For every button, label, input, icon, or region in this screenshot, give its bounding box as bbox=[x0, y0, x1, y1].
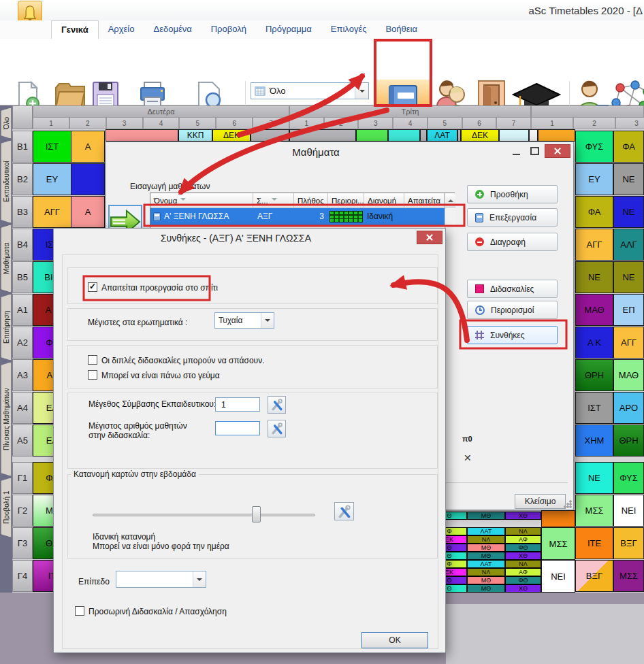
temporary-checkbox[interactable] bbox=[75, 606, 84, 616]
grid-cell[interactable]: ΜΑΘ bbox=[575, 294, 613, 326]
grid-cell[interactable]: ΑΓΓ bbox=[575, 229, 613, 261]
grid-cell[interactable]: ΙΣΤ bbox=[575, 392, 613, 424]
grid-cell[interactable]: ΦΘ bbox=[505, 576, 541, 584]
grid-cell[interactable]: ΝΕΙ bbox=[613, 495, 644, 527]
grid-cell[interactable]: ΜΣΣ bbox=[575, 495, 613, 527]
sidebar-view-tab[interactable]: Επιτήρηση bbox=[1, 294, 12, 361]
grid-cell[interactable]: ΧΘ bbox=[505, 552, 541, 560]
grid-cell[interactable]: ΔΕΚ bbox=[212, 129, 251, 142]
ok-button[interactable]: OK bbox=[361, 632, 428, 648]
grid-cell[interactable]: Α bbox=[71, 131, 105, 163]
grid-cell[interactable]: Α Κ bbox=[575, 327, 613, 359]
grid-cell[interactable]: ΚΚΠ bbox=[178, 129, 212, 142]
grid-cell[interactable]: ΑΦ bbox=[505, 535, 541, 544]
stray-close-mark[interactable]: ✕ bbox=[464, 452, 472, 463]
close-icon[interactable] bbox=[545, 144, 570, 158]
grid-cell[interactable]: ΑΛΓ bbox=[613, 229, 644, 261]
grid-cell[interactable]: ΑΓΓ bbox=[33, 196, 71, 228]
sidebar-view-tab[interactable]: Όλο bbox=[1, 107, 12, 139]
grid-cell[interactable] bbox=[538, 129, 575, 142]
column-header-count[interactable]: Πλήθος bbox=[294, 193, 328, 208]
scroll-up-icon[interactable] bbox=[445, 193, 455, 208]
grid-cell[interactable] bbox=[106, 129, 178, 142]
grid-cell[interactable] bbox=[420, 129, 427, 142]
combo-caret-icon[interactable] bbox=[261, 313, 274, 328]
column-header-name[interactable]: Όνομα bbox=[150, 193, 253, 208]
grid-cell[interactable]: ΕΠ bbox=[613, 294, 644, 326]
grid-cell[interactable]: Α bbox=[71, 196, 105, 228]
grid-cell[interactable]: ΝΕ bbox=[575, 261, 613, 293]
grid-cell[interactable]: ΦΥΣ bbox=[575, 131, 613, 163]
tab-help[interactable]: Βοήθεια bbox=[376, 20, 427, 39]
grid-cell[interactable]: ΑΦ bbox=[505, 568, 541, 576]
tab-schedule[interactable]: Πρόγραμμα bbox=[256, 20, 321, 39]
grid-cell[interactable]: ΧΗΜ bbox=[575, 425, 613, 456]
grid-cell[interactable] bbox=[251, 129, 289, 142]
homework-checkbox[interactable] bbox=[88, 282, 97, 292]
view-combo[interactable]: Όλο bbox=[251, 82, 369, 99]
grid-cell[interactable]: ΝΕ bbox=[613, 163, 644, 195]
restrictions-button[interactable]: Περιορισμοί bbox=[467, 301, 558, 319]
grid-cell[interactable]: ΛΑΤ bbox=[467, 527, 505, 535]
edit-button[interactable]: Επεξεργασία bbox=[467, 208, 558, 227]
close-icon[interactable] bbox=[417, 231, 442, 244]
grid-cell[interactable]: ΝΕ bbox=[613, 261, 644, 293]
grid-cell[interactable]: ΝΕ bbox=[575, 462, 613, 494]
lunch-checkbox[interactable] bbox=[88, 370, 97, 380]
grid-cell[interactable]: ΜΘ bbox=[467, 552, 505, 560]
table-scrollbar[interactable] bbox=[445, 193, 455, 469]
grid-cell[interactable]: ΛΑΤ bbox=[467, 560, 505, 568]
distribution-slider[interactable] bbox=[93, 514, 315, 516]
grid-cell[interactable]: ΦΑ bbox=[575, 196, 613, 228]
grid-cell[interactable]: ΒΞΓ bbox=[613, 527, 644, 559]
tab-view[interactable]: Προβολή bbox=[202, 20, 256, 39]
column-header-distribution[interactable]: Διανομή bbox=[364, 193, 404, 208]
grid-cell[interactable]: ΝΛ bbox=[467, 535, 505, 544]
max-students-input[interactable] bbox=[215, 421, 260, 435]
combo-caret-icon[interactable] bbox=[193, 571, 206, 587]
contract-size-input[interactable]: 1 bbox=[215, 397, 260, 412]
lessons-button[interactable]: Διδασκαλίες bbox=[467, 280, 558, 298]
grid-cell[interactable] bbox=[499, 129, 529, 142]
distribution-slider-thumb[interactable] bbox=[252, 506, 261, 522]
add-button[interactable]: Προσθήκη bbox=[467, 185, 558, 203]
delete-button[interactable]: Διαγραφή bbox=[467, 233, 558, 251]
tab-options[interactable]: Επιλογές bbox=[321, 20, 376, 39]
conditions-button[interactable]: Συνθήκες bbox=[467, 326, 558, 344]
grid-cell[interactable]: ΔΕΚ bbox=[461, 129, 499, 142]
grid-cell[interactable] bbox=[289, 129, 356, 142]
grid-cell[interactable]: ΜΘ bbox=[467, 512, 505, 520]
sidebar-view-tab[interactable]: Εκπαιδευτικοί bbox=[1, 140, 12, 223]
grid-cell[interactable]: ΜΣΣ bbox=[541, 527, 575, 560]
grid-cell[interactable]: ΜΘ bbox=[467, 576, 505, 584]
close-button[interactable]: Κλείσιμο bbox=[515, 494, 566, 509]
grid-cell[interactable]: ΦΥΣ bbox=[613, 462, 644, 494]
grid-cell[interactable]: ΝΛ bbox=[505, 527, 541, 535]
grid-cell[interactable]: ΛΑΤ bbox=[427, 129, 457, 142]
grid-cell[interactable]: ΑΡΟ bbox=[613, 392, 644, 424]
grid-cell[interactable] bbox=[388, 129, 420, 142]
tab-file[interactable]: Αρχείο bbox=[99, 20, 144, 39]
grid-cell[interactable]: ΕΥ bbox=[33, 163, 71, 195]
grid-cell[interactable]: ΦΑ bbox=[613, 131, 644, 163]
grid-cell[interactable]: ΝΕ bbox=[613, 196, 644, 228]
grid-cell[interactable]: ΘΡΗ bbox=[575, 359, 613, 391]
table-row[interactable]: Α' ΞΕΝΗ ΓΛΩΣΣΑΑΞΓ3Ιδανική bbox=[150, 208, 445, 225]
view-combo-caret[interactable] bbox=[355, 83, 368, 99]
grid-cell[interactable]: ΜΣΣ bbox=[613, 560, 644, 592]
tab-general[interactable]: Γενικά bbox=[51, 20, 99, 39]
grid-cell[interactable]: ΙΣΤ bbox=[33, 131, 71, 163]
level-combo[interactable] bbox=[116, 571, 206, 588]
grid-cell[interactable]: ΜΑΘ bbox=[613, 359, 644, 391]
grid-cell[interactable]: ΝΛ bbox=[505, 560, 541, 568]
double-lessons-checkbox[interactable] bbox=[88, 355, 97, 365]
minimize-button[interactable] bbox=[509, 144, 524, 158]
maximize-button[interactable] bbox=[527, 144, 542, 158]
column-header-short[interactable]: Σ... bbox=[253, 193, 294, 208]
sidebar-view-tab[interactable]: Προβολή 1 bbox=[1, 478, 12, 537]
grid-cell[interactable]: ΧΘ bbox=[505, 512, 541, 520]
grid-cell[interactable]: ΕΥ bbox=[575, 163, 613, 195]
column-header-required[interactable]: Απαιτείτα bbox=[404, 193, 445, 208]
max-students-tools-button[interactable] bbox=[268, 420, 286, 437]
tab-data[interactable]: Δεδομένα bbox=[144, 20, 201, 39]
